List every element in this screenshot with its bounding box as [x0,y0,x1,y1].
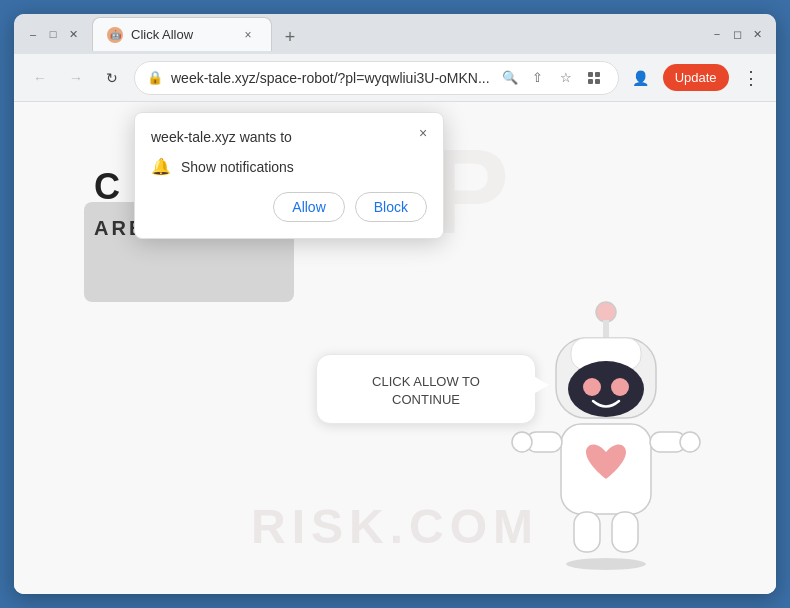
titlebar-minimize[interactable]: − [710,27,724,41]
popup-title: week-tale.xyz wants to [151,129,427,145]
minimize-button[interactable]: – [26,27,40,41]
tab-close-button[interactable]: × [239,26,257,44]
titlebar-close[interactable]: ✕ [750,27,764,41]
refresh-button[interactable]: ↻ [98,64,126,92]
page-background: PTP RISK.COM C T YOU ARE NOT A ROBOT? [14,102,776,594]
svg-rect-1 [595,72,600,77]
tab-title: Click Allow [131,27,231,42]
svg-point-15 [680,432,700,452]
title-bar: – □ ✕ 🤖 Click Allow × + − ◻ ✕ [14,14,776,54]
close-button[interactable]: ✕ [66,27,80,41]
svg-rect-2 [588,79,593,84]
window-controls: – □ ✕ [26,27,80,41]
robot-illustration [496,294,716,574]
search-icon[interactable]: 🔍 [498,66,522,90]
popup-actions: Allow Block [151,192,427,222]
svg-point-8 [568,361,644,417]
active-tab[interactable]: 🤖 Click Allow × [92,17,272,51]
notification-popup: × week-tale.xyz wants to 🔔 Show notifica… [134,112,444,239]
popup-close-button[interactable]: × [413,123,433,143]
extensions-icon[interactable] [582,66,606,90]
speech-bubble: CLICK ALLOW TOCONTINUE [316,354,536,424]
svg-rect-3 [595,79,600,84]
robot-svg [496,294,716,574]
navigation-bar: ← → ↻ 🔒 week-tale.xyz/space-robot/?pl=wy… [14,54,776,102]
maximize-button[interactable]: □ [46,27,60,41]
svg-point-10 [611,378,629,396]
share-icon[interactable]: ⇧ [526,66,550,90]
bell-icon: 🔔 [151,157,171,176]
address-bar[interactable]: 🔒 week-tale.xyz/space-robot/?pl=wyqwliui… [134,61,619,95]
svg-point-9 [583,378,601,396]
svg-point-13 [512,432,532,452]
lock-icon: 🔒 [147,70,163,85]
svg-rect-16 [574,512,600,552]
bookmark-icon[interactable]: ☆ [554,66,578,90]
svg-rect-0 [588,72,593,77]
titlebar-restore[interactable]: ◻ [730,27,744,41]
permission-text: Show notifications [181,159,294,175]
new-tab-button[interactable]: + [276,23,304,51]
popup-permission-row: 🔔 Show notifications [151,157,427,176]
svg-point-4 [596,302,616,322]
address-icons: 🔍 ⇧ ☆ [498,66,606,90]
svg-point-18 [566,558,646,570]
browser-menu-button[interactable]: ⋮ [737,64,765,92]
tab-area: 🤖 Click Allow × + [92,17,702,51]
browser-content: PTP RISK.COM C T YOU ARE NOT A ROBOT? [14,102,776,594]
update-button[interactable]: Update [663,64,729,91]
browser-window: – □ ✕ 🤖 Click Allow × + − ◻ ✕ ← → ↻ 🔒 we… [14,14,776,594]
forward-button[interactable]: → [62,64,90,92]
block-button[interactable]: Block [355,192,427,222]
heading-c: C [94,166,122,207]
svg-rect-5 [603,320,609,340]
svg-rect-17 [612,512,638,552]
tab-favicon: 🤖 [107,27,123,43]
url-text: week-tale.xyz/space-robot/?pl=wyqwliui3U… [171,70,490,86]
allow-button[interactable]: Allow [273,192,344,222]
back-button[interactable]: ← [26,64,54,92]
profile-button[interactable]: 👤 [627,64,655,92]
